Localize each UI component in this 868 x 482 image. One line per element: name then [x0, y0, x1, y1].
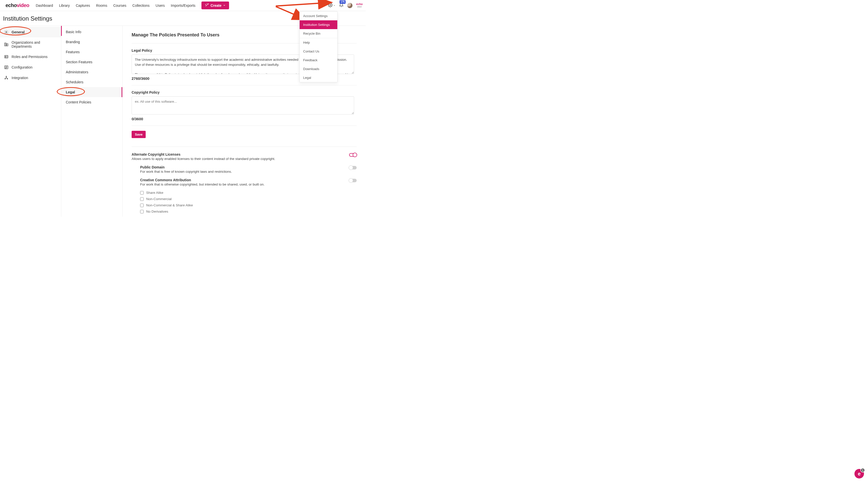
alt-licenses-heading: Alternate Copyright Licenses [132, 152, 275, 156]
subnav-branding[interactable]: Branding [61, 37, 122, 47]
echo360-brand-bottom: 360 [356, 5, 363, 8]
svg-point-11 [6, 76, 7, 77]
cc-option-label: Share Alike [146, 191, 163, 195]
nav-users[interactable]: Users [156, 3, 165, 7]
checkbox[interactable] [140, 210, 144, 214]
bell-icon [339, 4, 344, 8]
create-label: Create [211, 3, 221, 7]
building-icon [4, 42, 8, 47]
sidebar-item-label: Roles and Permissions [11, 55, 48, 59]
subnav-schedulers[interactable]: Schedulers [61, 77, 122, 87]
nav-captures[interactable]: Captures [76, 3, 90, 7]
alt-licenses-desc: Allows users to apply enabled licenses t… [132, 157, 275, 161]
nav-rooms[interactable]: Rooms [96, 3, 107, 7]
brand-part1: echo [5, 2, 17, 8]
alternate-licenses-section: Alternate Copyright Licenses Allows user… [132, 147, 356, 214]
settings-secondary-sidebar: Basic Info Branding Features Section Fea… [61, 26, 123, 217]
save-button[interactable]: Save [132, 131, 146, 138]
subnav-legal[interactable]: Legal [61, 87, 122, 97]
sidebar-item-roles[interactable]: Roles and Permissions [0, 52, 61, 62]
svg-point-5 [6, 32, 7, 33]
top-navbar: echovideo Dashboard Library Captures Roo… [0, 0, 366, 11]
settings-gear-menu-trigger[interactable] [328, 3, 336, 8]
menu-feedback[interactable]: Feedback [300, 56, 337, 65]
idcard-icon [4, 55, 8, 59]
svg-point-12 [5, 78, 5, 79]
caret-down-icon [333, 3, 336, 7]
nav-dashboard[interactable]: Dashboard [36, 3, 53, 7]
gear-icon [4, 30, 8, 34]
list-icon [4, 65, 8, 69]
echo360-brand-link[interactable]: echo 360 [356, 3, 363, 8]
copyright-policy-label: Copyright Policy [132, 90, 356, 94]
subnav-basic-info[interactable]: Basic Info [61, 27, 122, 37]
cc-attribution-toggle[interactable] [349, 179, 356, 182]
public-domain-heading: Public Domain [140, 165, 232, 169]
brand-part2: video [17, 2, 29, 8]
menu-legal[interactable]: Legal [300, 73, 337, 82]
brand-logo[interactable]: echovideo [5, 2, 29, 8]
nav-imports[interactable]: Imports/Exports [171, 3, 195, 7]
checkbox[interactable] [140, 191, 144, 195]
svg-rect-7 [6, 44, 8, 46]
subnav-features[interactable]: Features [61, 47, 122, 57]
wand-icon [205, 3, 209, 8]
menu-help[interactable]: Help [300, 38, 337, 47]
sidebar-item-configuration[interactable]: Configuration [0, 62, 61, 72]
user-avatar[interactable] [347, 3, 352, 8]
sidebar-item-general[interactable]: General [0, 27, 61, 37]
gear-icon [328, 3, 333, 8]
svg-point-9 [5, 56, 6, 57]
svg-point-0 [330, 4, 331, 6]
public-domain-desc: For work that is free of known copyright… [140, 170, 232, 173]
primary-top-nav: Dashboard Library Captures Rooms Courses… [36, 3, 195, 7]
cc-attribution-desc: For work that is otherwise copyrighted, … [140, 183, 265, 186]
subnav-section-features[interactable]: Section Features [61, 57, 122, 67]
annotation-arrow-to-gear [276, 0, 334, 9]
create-button[interactable]: Create [202, 1, 229, 9]
menu-recycle-bin[interactable]: Recycle Bin [300, 29, 337, 38]
cc-option-share-alike[interactable]: Share Alike [140, 191, 356, 195]
alt-licenses-toggle[interactable] [349, 153, 356, 157]
menu-downloads[interactable]: Downloads [300, 65, 337, 73]
cc-option-non-commercial[interactable]: Non-Commercial [140, 197, 356, 201]
cc-option-no-derivatives[interactable]: No Derivatives [140, 210, 356, 214]
cc-option-label: Non-Commercial & Share Alike [146, 203, 193, 207]
svg-point-13 [7, 78, 8, 79]
settings-primary-sidebar: General Organizations and Departments Ro… [0, 26, 61, 217]
menu-institution-settings[interactable]: Institution Settings [300, 20, 337, 29]
sidebar-item-integration[interactable]: Integration [0, 72, 61, 83]
copyright-policy-counter: 0/3600 [132, 117, 356, 121]
sidebar-item-label: General [11, 30, 25, 34]
sidebar-item-orgs[interactable]: Organizations and Departments [0, 37, 61, 52]
sidebar-item-label: Organizations and Departments [11, 40, 57, 49]
nav-collections[interactable]: Collections [132, 3, 149, 7]
cc-option-label: No Derivatives [146, 210, 168, 214]
notifications-button[interactable]: 175 [339, 3, 344, 8]
nodes-icon [4, 75, 8, 80]
menu-contact-us[interactable]: Contact Us [300, 47, 337, 56]
sidebar-item-label: Configuration [11, 65, 32, 69]
settings-dropdown-menu: Account Settings Institution Settings Re… [299, 11, 338, 82]
subnav-administrators[interactable]: Administrators [61, 67, 122, 77]
menu-account-settings[interactable]: Account Settings [300, 11, 337, 20]
public-domain-toggle[interactable] [349, 166, 356, 169]
chevron-down-icon [223, 4, 225, 7]
cc-option-label: Non-Commercial [146, 197, 172, 201]
subnav-content-policies[interactable]: Content Policies [61, 97, 122, 107]
echo360-brand-top: echo [356, 3, 363, 5]
checkbox[interactable] [140, 203, 144, 207]
nav-courses[interactable]: Courses [113, 3, 126, 7]
svg-line-2 [276, 2, 331, 6]
checkbox[interactable] [140, 197, 144, 201]
svg-rect-8 [4, 56, 8, 58]
notifications-badge: 175 [340, 0, 346, 4]
nav-library[interactable]: Library [59, 3, 70, 7]
cc-attribution-heading: Creative Commons Attribution [140, 178, 265, 182]
cc-option-nc-sa[interactable]: Non-Commercial & Share Alike [140, 203, 356, 207]
topbar-right: 175 echo 360 Account Settings Institutio… [328, 3, 363, 8]
sidebar-item-label: Integration [11, 76, 28, 80]
copyright-policy-textarea[interactable] [132, 96, 354, 115]
